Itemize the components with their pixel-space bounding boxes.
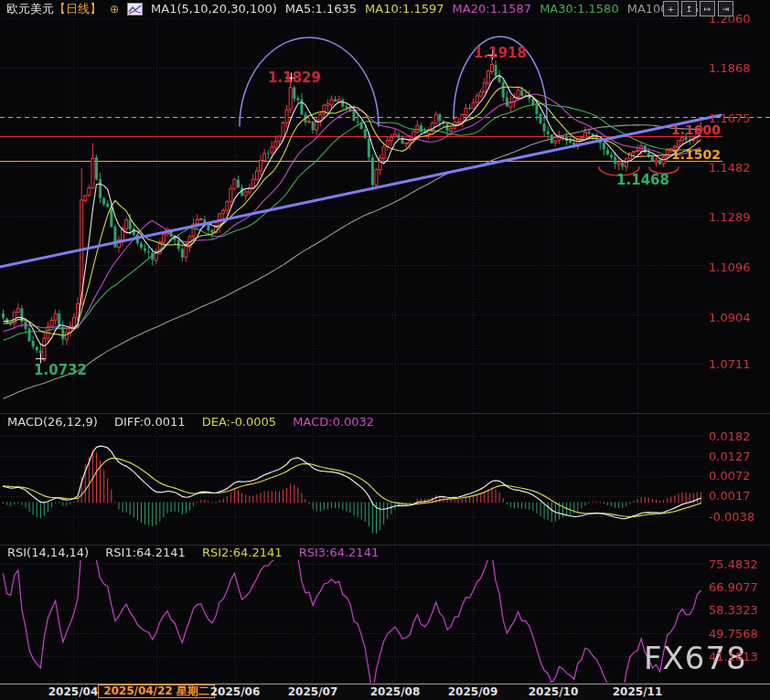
rsi-title: RSI(14,14,14) [7, 546, 89, 559]
annotation-low-2: 1.1468 [616, 172, 669, 188]
ma-settings-label: MA1(5,10,20,30,100) [151, 2, 277, 16]
period-label: 【日线】 [54, 1, 102, 17]
rsi-axis-label: 49.7568 [709, 627, 758, 641]
date-tick: 2025/09 [448, 685, 497, 698]
price-axis-label: 1.1096 [709, 260, 751, 274]
rsi-label-row: RSI(14,14,14) RSI1:64.2141 RSI2:64.2141 … [7, 546, 379, 559]
rsi-axis-label: 75.4832 [709, 557, 758, 571]
rsi-axis-label: 58.3323 [709, 603, 758, 617]
chart-canvas[interactable] [0, 0, 770, 700]
macd-dea-value: DEA:-0.0005 [202, 415, 276, 429]
macd-title: MACD(26,12,9) [7, 415, 98, 429]
rsi-axis-label: 66.9077 [709, 580, 758, 594]
pan-icon[interactable]: + [663, 1, 679, 16]
macd-axis-label: 0.0182 [709, 430, 751, 443]
shift-latest-icon[interactable]: ⇥ [718, 1, 733, 16]
rsi2-value: RSI2:64.2141 [202, 546, 283, 559]
annotation-low-1: 1.0732 [34, 362, 87, 378]
x-axis-scale-icon[interactable]: ↦ [700, 1, 715, 16]
date-tick: 2025/04 [48, 685, 98, 698]
macd-axis-label: 0.0017 [709, 489, 751, 503]
ma5-value: MA5:1.1635 [285, 2, 357, 16]
price-axis-label: 1.1868 [709, 61, 751, 75]
price-axis-label: 1.1482 [709, 161, 751, 175]
price-axis-label: 1.0904 [709, 311, 751, 324]
chart-thumbnail-icon[interactable] [127, 3, 143, 16]
ma30-value: MA30:1.1580 [540, 2, 619, 16]
date-tick: 2025/07 [288, 685, 337, 698]
chart-toolbar: + ↥ ↦ ⇥ [663, 1, 733, 16]
date-tick: 2025/08 [370, 685, 420, 698]
date-axis: 2025/04 2025/04/22 星期二 2025/06 2025/07 2… [0, 684, 770, 700]
macd-axis-label: -0.0038 [709, 510, 754, 524]
circle-plus-icon[interactable]: ⊕ [110, 3, 119, 16]
support-level-tag: 1.1502 [671, 147, 721, 162]
resistance-level-tag: 1.1600 [671, 122, 721, 137]
rsi3-value: RSI3:64.2141 [299, 546, 380, 559]
ma10-value: MA10:1.1597 [365, 2, 444, 16]
title-bar: 欧元美元 【日线】 ⊕ MA1(5,10,20,30,100) MA5:1.16… [0, 0, 770, 17]
y-axis-scale-icon[interactable]: ↥ [681, 1, 697, 16]
rsi-axis-label: 41.1813 [709, 650, 758, 663]
macd-axis-label: 0.0127 [709, 450, 751, 463]
macd-macd-value: MACD:0.0032 [293, 415, 374, 429]
price-axis-label: 1.0711 [709, 357, 751, 371]
macd-label-row: MACD(26,12,9) DIFF:0.0011 DEA:-0.0005 MA… [7, 415, 374, 429]
rsi1-value: RSI1:64.2141 [105, 546, 186, 559]
macd-axis-label: 0.0072 [709, 469, 751, 483]
symbol-title: 欧元美元 [6, 1, 54, 17]
date-tick: 2025/11 [613, 685, 662, 698]
ma20-value: MA20:1.1587 [453, 2, 532, 16]
date-tick: 2025/06 [210, 685, 260, 698]
selected-date-tick: 2025/04/22 星期二 [98, 684, 215, 698]
annotation-peak-2: 1.1918 [474, 45, 527, 61]
macd-diff-value: DIFF:0.0011 [114, 415, 186, 429]
price-axis-label: 1.1289 [709, 210, 751, 224]
date-tick: 2025/10 [529, 685, 578, 698]
annotation-peak-1: 1.1829 [268, 69, 321, 86]
chart-app: 欧元美元 【日线】 ⊕ MA1(5,10,20,30,100) MA5:1.16… [0, 0, 770, 700]
